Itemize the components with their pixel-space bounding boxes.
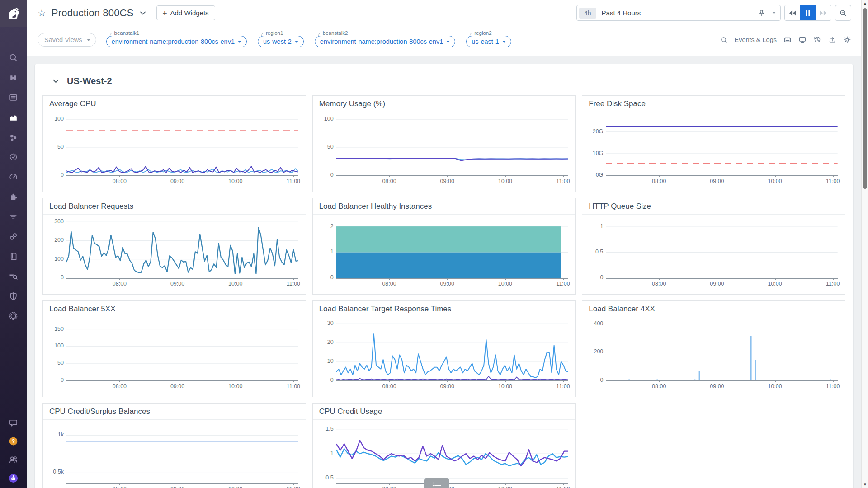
- history-icon[interactable]: [813, 36, 821, 44]
- x-axis-tick-label: 10:00: [498, 178, 512, 184]
- chart-plot-area[interactable]: 00.5108:0009:0010:0011:00: [606, 219, 838, 279]
- time-range-picker[interactable]: 4h Past 4 Hours: [576, 5, 781, 21]
- chart-tile[interactable]: Load Balancer 4XX020040008:0009:0010:001…: [582, 300, 845, 397]
- chart-plot-area[interactable]: 0.511.508:0009:0010:0011:00: [336, 424, 568, 484]
- dashboard-body: US-West-2 Average CPU05010008:0009:0010:…: [27, 56, 861, 488]
- keyboard-icon[interactable]: [783, 36, 792, 44]
- y-axis-tick-label: 0: [584, 274, 603, 281]
- chart-tile[interactable]: CPU Credit/Surplus Balances0.5k1k08:0009…: [42, 403, 306, 488]
- chart-tile[interactable]: Load Balancer Target Response Times01020…: [312, 300, 576, 397]
- share-icon[interactable]: [828, 36, 836, 44]
- chart-canvas: [336, 322, 568, 380]
- chart-tile[interactable]: Load Balancer Healthy Instances01208:000…: [312, 198, 576, 295]
- template-var-value-dropdown[interactable]: us-east-1: [466, 36, 511, 47]
- infrastructure-icon[interactable]: [8, 131, 19, 142]
- saved-views-dropdown[interactable]: Saved Views: [38, 33, 96, 47]
- user-avatar[interactable]: [8, 473, 19, 483]
- events-logs-label[interactable]: Events & Logs: [735, 36, 777, 43]
- add-widgets-button[interactable]: + Add Widgets: [156, 5, 215, 20]
- fast-forward-button[interactable]: [816, 5, 831, 20]
- pin-icon[interactable]: [758, 9, 766, 17]
- chart-title: HTTP Queue Size: [582, 198, 845, 215]
- collapse-chevron-icon[interactable]: [52, 77, 60, 85]
- x-axis-tick-label: 09:00: [440, 281, 454, 287]
- svg-text:?: ?: [12, 438, 15, 444]
- y-axis-tick-label: 0.5: [315, 474, 334, 481]
- security-shield-icon[interactable]: [8, 291, 19, 301]
- chart-plot-area[interactable]: 020040008:0009:0010:0011:00: [606, 322, 838, 381]
- chart-tile[interactable]: Memory Usage (%)05010008:0009:0010:0011:…: [312, 95, 576, 192]
- legend-toggle-button[interactable]: [424, 478, 449, 488]
- scrollbar-thumb[interactable]: [863, 8, 867, 189]
- pause-button[interactable]: [800, 5, 816, 20]
- x-axis-tick-label: 08:00: [652, 178, 666, 184]
- notebooks-icon[interactable]: [8, 251, 19, 262]
- chart-tile[interactable]: CPU Credit Usage0.511.508:0009:0010:0011…: [312, 403, 576, 488]
- monitors-icon[interactable]: [8, 151, 19, 162]
- x-axis-tick-label: 11:00: [826, 383, 840, 389]
- rewind-button[interactable]: [785, 5, 800, 20]
- events-list-icon[interactable]: [8, 92, 19, 103]
- integrations-puzzle-icon[interactable]: [8, 191, 19, 202]
- chart-tile[interactable]: HTTP Queue Size00.5108:0009:0010:0011:00: [582, 198, 845, 295]
- title-chevron-down-icon[interactable]: [139, 9, 146, 17]
- monitor-icon[interactable]: [798, 36, 807, 44]
- x-axis-tick-mark: [178, 483, 179, 485]
- x-axis-tick-mark: [775, 278, 776, 280]
- time-chevron-down-icon[interactable]: [772, 12, 776, 14]
- chart-plot-area[interactable]: 010203008:0009:0010:0011:00: [336, 322, 568, 381]
- search-icon[interactable]: [720, 36, 728, 44]
- apm-icon[interactable]: [8, 211, 19, 222]
- x-axis-tick-label: 08:00: [382, 383, 396, 389]
- favorite-star-icon[interactable]: ☆: [38, 8, 46, 18]
- gear-icon[interactable]: [843, 36, 851, 44]
- x-axis-tick-mark: [447, 278, 448, 280]
- x-axis-tick-label: 08:00: [113, 178, 127, 184]
- watchdog-binoculars-icon[interactable]: [8, 72, 19, 83]
- chart-tile[interactable]: Average CPU05010008:0009:0010:0011:00: [42, 95, 306, 192]
- x-axis-tick-label: 10:00: [498, 383, 512, 389]
- x-axis-tick-mark: [659, 380, 660, 382]
- logs-icon[interactable]: [8, 271, 19, 282]
- x-axis-tick-mark: [236, 380, 236, 382]
- template-var-value-dropdown[interactable]: us-west-2: [258, 36, 304, 47]
- chart-plot-area[interactable]: 05010008:0009:0010:0011:00: [66, 117, 298, 176]
- x-axis-tick-mark: [505, 175, 506, 177]
- chart-plot-area[interactable]: 05010008:0009:0010:0011:00: [336, 117, 568, 176]
- chart-title: CPU Credit Usage: [313, 404, 576, 420]
- chevron-down-icon: [295, 41, 298, 43]
- y-axis-tick-label: 10: [315, 358, 334, 364]
- chart-canvas: [606, 117, 838, 175]
- chart-tile[interactable]: Free Disk Space0G10G20G08:0009:0010:0011…: [582, 95, 845, 192]
- y-axis-tick-label: 1k: [45, 432, 64, 438]
- chart-tile[interactable]: Load Balancer Requests010020030008:0009:…: [42, 198, 306, 295]
- chart-plot-area[interactable]: 05010015008:0009:0010:0011:00: [66, 322, 298, 381]
- datadog-logo[interactable]: [0, 0, 27, 27]
- chart-plot-area[interactable]: 010020030008:0009:0010:0011:00: [66, 219, 298, 279]
- chart-plot-area[interactable]: 0G10G20G08:0009:0010:0011:00: [606, 117, 838, 176]
- dashboards-icon[interactable]: [8, 112, 19, 122]
- chart-tile[interactable]: Load Balancer 5XX05010015008:0009:0010:0…: [42, 300, 306, 397]
- zoom-out-button[interactable]: [835, 5, 851, 21]
- chat-feedback-icon[interactable]: [8, 417, 19, 428]
- chart-plot-area[interactable]: 01208:0009:0010:0011:00: [336, 219, 568, 279]
- x-axis-tick-mark: [178, 175, 179, 177]
- x-axis-tick-mark: [293, 483, 294, 485]
- search-icon[interactable]: [8, 52, 19, 63]
- page-scrollbar[interactable]: ▲ ▼: [861, 0, 868, 488]
- template-var-region1: region1us-west-2: [258, 30, 304, 47]
- scroll-up-arrow[interactable]: ▲: [862, 0, 868, 7]
- x-axis-tick-mark: [563, 380, 564, 382]
- service-map-icon[interactable]: [8, 231, 19, 242]
- template-var-value-dropdown[interactable]: environment-name:production-800cs-env1: [315, 36, 455, 47]
- help-icon[interactable]: ?: [8, 436, 19, 446]
- group-header[interactable]: US-West-2: [35, 64, 853, 94]
- invite-users-icon[interactable]: [8, 454, 19, 465]
- synthetics-globe-icon[interactable]: [8, 310, 19, 321]
- x-axis-tick-mark: [717, 175, 718, 177]
- metrics-gauge-icon[interactable]: [8, 171, 19, 182]
- x-axis-tick-label: 10:00: [768, 178, 782, 184]
- template-var-value-dropdown[interactable]: environment-name:production-800cs-env1: [106, 36, 247, 47]
- chart-plot-area[interactable]: 0.5k1k08:0009:0010:0011:00: [66, 424, 298, 484]
- scroll-down-arrow[interactable]: ▼: [862, 481, 868, 488]
